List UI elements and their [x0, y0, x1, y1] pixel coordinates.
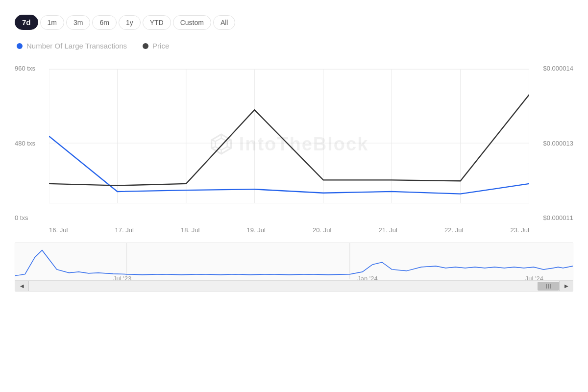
- time-range-buttons: 7d 1m 3m 6m 1y YTD Custom All: [15, 15, 573, 30]
- x-label-0: 16. Jul: [49, 226, 68, 234]
- y-label-top-right: $0.000014: [543, 65, 573, 72]
- mini-chart-container[interactable]: Jul '23 Jan '24 Jul '24 ◀: [15, 243, 573, 292]
- btn-all[interactable]: All: [213, 15, 236, 30]
- left-arrow-icon: ◀: [20, 283, 24, 289]
- y-axis-left: 960 txs 480 txs 0 txs: [15, 65, 35, 221]
- main-container: 7d 1m 3m 6m 1y YTD Custom All Number Of …: [0, 0, 588, 392]
- legend-dot-price: [143, 43, 148, 49]
- y-label-mid-right: $0.000013: [543, 140, 573, 147]
- legend-dot-transactions: [17, 43, 23, 49]
- chart-legend: Number Of Large Transactions Price: [17, 42, 573, 50]
- scrollbar-handle[interactable]: [538, 282, 559, 291]
- legend-transactions: Number Of Large Transactions: [17, 42, 127, 50]
- btn-custom[interactable]: Custom: [173, 15, 211, 30]
- scroll-right-arrow[interactable]: ▶: [559, 281, 573, 292]
- btn-1m[interactable]: 1m: [40, 15, 64, 30]
- y-label-mid-left: 480 txs: [15, 140, 35, 147]
- x-label-3: 19. Jul: [247, 226, 266, 234]
- handle-line-2: [548, 284, 549, 289]
- y-axis-right: $0.000014 $0.000013 $0.000011: [543, 65, 573, 221]
- x-label-6: 22. Jul: [444, 226, 463, 234]
- price-line: [49, 95, 529, 186]
- scrollbar-track[interactable]: ◀ ▶: [15, 280, 573, 291]
- x-label-4: 20. Jul: [313, 226, 331, 234]
- x-label-7: 23. Jul: [511, 226, 529, 234]
- scrollbar-inner-track: [29, 281, 559, 292]
- y-label-bot-left: 0 txs: [15, 214, 35, 221]
- right-arrow-icon: ▶: [564, 283, 568, 289]
- x-label-1: 17. Jul: [115, 226, 134, 234]
- y-label-top-left: 960 txs: [15, 65, 35, 72]
- btn-1y[interactable]: 1y: [119, 15, 141, 30]
- y-label-bot-right: $0.000011: [543, 214, 573, 221]
- scroll-left-arrow[interactable]: ◀: [15, 281, 29, 292]
- main-chart-svg: [49, 65, 529, 221]
- x-label-5: 21. Jul: [379, 226, 397, 234]
- btn-7d[interactable]: 7d: [15, 15, 38, 30]
- legend-label-transactions: Number Of Large Transactions: [26, 42, 127, 50]
- btn-6m[interactable]: 6m: [92, 15, 116, 30]
- handle-grip: [546, 284, 551, 289]
- handle-line-1: [546, 284, 547, 289]
- x-axis: 16. Jul 17. Jul 18. Jul 19. Jul 20. Jul …: [49, 226, 529, 234]
- x-label-2: 18. Jul: [181, 226, 199, 234]
- btn-ytd[interactable]: YTD: [143, 15, 171, 30]
- legend-price: Price: [143, 42, 169, 50]
- chart-wrapper: 960 txs 480 txs 0 txs $0.000014 $0.00001…: [15, 65, 573, 234]
- handle-line-3: [550, 284, 551, 289]
- main-chart: IntoTheBlock: [49, 65, 529, 223]
- btn-3m[interactable]: 3m: [66, 15, 90, 30]
- legend-label-price: Price: [152, 42, 169, 50]
